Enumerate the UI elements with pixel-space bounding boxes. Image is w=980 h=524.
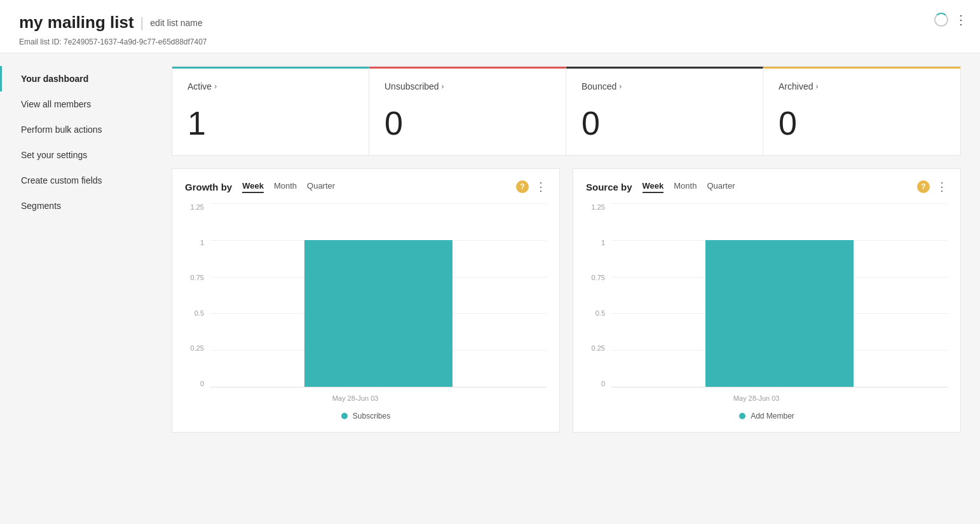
source-chart-legend: Add Member xyxy=(586,412,948,420)
source-help-icon[interactable]: ? xyxy=(917,180,930,193)
more-options-icon[interactable]: ⋮ xyxy=(955,13,967,26)
y-label: 1.25 xyxy=(592,203,605,211)
source-legend-label: Add Member xyxy=(751,412,794,420)
sidebar-item-dashboard[interactable]: Your dashboard xyxy=(0,66,153,91)
stat-card-active[interactable]: Active › 1 xyxy=(172,67,369,155)
y-label: 1.25 xyxy=(191,203,204,211)
stat-value-bounced: 0 xyxy=(582,107,747,140)
source-chart-body: 1.25 1 0.75 0.5 0.25 0 xyxy=(586,203,948,406)
main-content: Your dashboard View all members Perform … xyxy=(0,53,980,524)
stat-card-archived[interactable]: Archived › 0 xyxy=(763,67,960,155)
y-label: 0.75 xyxy=(592,274,605,281)
edit-list-name-link[interactable]: edit list name xyxy=(150,18,202,28)
growth-tab-month[interactable]: Month xyxy=(274,181,297,193)
stat-label-unsubscribed: Unsubscribed › xyxy=(385,81,550,91)
source-chart-actions: ? ⋮ xyxy=(917,180,948,193)
sidebar-item-bulk-actions[interactable]: Perform bulk actions xyxy=(0,117,153,142)
growth-legend-label: Subscribes xyxy=(353,412,390,420)
sidebar: Your dashboard View all members Perform … xyxy=(0,53,153,524)
content-area: Active › 1 Unsubscribed › 0 Bounced › xyxy=(153,53,980,524)
chevron-icon-bounced: › xyxy=(619,82,622,91)
y-label: 0.75 xyxy=(191,274,204,281)
loading-spinner-icon xyxy=(934,13,948,27)
source-chart-header: Source by Week Month Quarter ? ⋮ xyxy=(586,180,948,193)
source-chart-tabs: Week Month Quarter xyxy=(643,181,735,193)
stat-label-active: Active › xyxy=(187,81,353,91)
source-tab-quarter[interactable]: Quarter xyxy=(707,181,735,193)
stat-value-active: 1 xyxy=(187,107,353,140)
growth-chart-title: Growth by xyxy=(185,182,232,192)
y-label: 0.25 xyxy=(592,344,605,352)
email-id-label: Email list ID: 7e249057-1637-4a9d-9c77-e… xyxy=(19,37,961,46)
growth-chart-header: Growth by Week Month Quarter ? ⋮ xyxy=(185,180,547,193)
growth-chart-legend: Subscribes xyxy=(185,412,547,420)
source-tab-month[interactable]: Month xyxy=(674,181,697,193)
source-plot-area: May 28-Jun 03 xyxy=(611,203,948,387)
page-title: my mailing list xyxy=(19,13,134,32)
source-tab-week[interactable]: Week xyxy=(643,181,664,193)
growth-more-options-icon[interactable]: ⋮ xyxy=(535,181,547,192)
growth-chart-card: Growth by Week Month Quarter ? ⋮ xyxy=(172,168,560,433)
chevron-icon-archived: › xyxy=(815,82,818,91)
y-label: 0.5 xyxy=(595,309,605,317)
growth-chart-actions: ? ⋮ xyxy=(516,180,547,193)
source-chart-card: Source by Week Month Quarter ? ⋮ xyxy=(573,168,961,433)
y-label: 0.25 xyxy=(191,344,204,352)
source-bar xyxy=(705,240,854,387)
y-label: 1 xyxy=(200,239,204,246)
source-legend-dot xyxy=(739,413,745,419)
growth-chart-tabs: Week Month Quarter xyxy=(242,181,335,193)
growth-bar-container: May 28-Jun 03 xyxy=(304,203,453,387)
y-label: 1 xyxy=(601,239,605,246)
growth-y-axis: 1.25 1 0.75 0.5 0.25 0 xyxy=(185,203,208,387)
title-divider: | xyxy=(140,15,144,31)
source-bar-container: May 28-Jun 03 xyxy=(705,203,854,387)
source-chart-title: Source by xyxy=(586,182,632,192)
y-label: 0 xyxy=(601,380,605,387)
stat-label-bounced: Bounced › xyxy=(582,81,747,91)
top-header: my mailing list | edit list name Email l… xyxy=(0,0,980,53)
source-x-label: May 28-Jun 03 xyxy=(733,394,780,402)
title-row: my mailing list | edit list name xyxy=(19,13,961,32)
stats-row: Active › 1 Unsubscribed › 0 Bounced › xyxy=(172,66,961,156)
chevron-icon-active: › xyxy=(214,82,217,91)
sidebar-item-segments[interactable]: Segments xyxy=(0,193,153,218)
sidebar-item-view-members[interactable]: View all members xyxy=(0,91,153,117)
top-right-icons: ⋮ xyxy=(934,13,967,27)
stat-label-archived: Archived › xyxy=(779,81,945,91)
y-label: 0.5 xyxy=(194,309,204,317)
growth-plot-area: May 28-Jun 03 xyxy=(210,203,547,387)
source-y-axis: 1.25 1 0.75 0.5 0.25 0 xyxy=(586,203,609,387)
sidebar-item-custom-fields[interactable]: Create custom fields xyxy=(0,168,153,193)
growth-legend-dot xyxy=(341,413,348,419)
growth-tab-week[interactable]: Week xyxy=(242,181,264,193)
page-wrapper: my mailing list | edit list name Email l… xyxy=(0,0,980,524)
source-more-options-icon[interactable]: ⋮ xyxy=(936,181,948,192)
growth-chart-body: 1.25 1 0.75 0.5 0.25 0 xyxy=(185,203,547,406)
growth-bar xyxy=(304,240,453,387)
growth-tab-quarter[interactable]: Quarter xyxy=(307,181,335,193)
growth-help-icon[interactable]: ? xyxy=(516,180,529,193)
growth-x-label: May 28-Jun 03 xyxy=(332,394,379,402)
chevron-icon-unsubscribed: › xyxy=(442,82,444,91)
sidebar-item-settings[interactable]: Set your settings xyxy=(0,142,153,168)
charts-row: Growth by Week Month Quarter ? ⋮ xyxy=(172,168,961,433)
stat-value-archived: 0 xyxy=(779,107,945,140)
y-label: 0 xyxy=(200,380,204,387)
stat-card-unsubscribed[interactable]: Unsubscribed › 0 xyxy=(369,67,566,155)
stat-value-unsubscribed: 0 xyxy=(385,107,550,140)
stat-card-bounced[interactable]: Bounced › 0 xyxy=(566,67,763,155)
